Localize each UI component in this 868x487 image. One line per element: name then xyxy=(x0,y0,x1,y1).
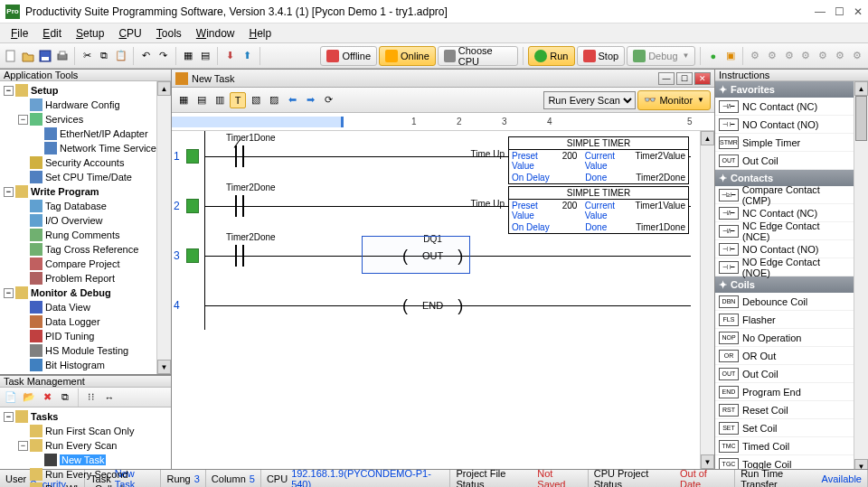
undo-icon[interactable]: ↶ xyxy=(138,48,154,64)
tree-item[interactable]: Problem Report xyxy=(0,271,156,286)
gear1-icon[interactable]: ⚙ xyxy=(748,48,763,64)
menu-help[interactable]: Help xyxy=(241,24,278,42)
instr-item[interactable]: ⊣≥⊢Compare Contact (CMP) xyxy=(715,186,854,204)
orange-box-icon[interactable]: ▣ xyxy=(722,48,738,64)
gear7-icon[interactable]: ⚙ xyxy=(849,48,864,64)
paste-icon[interactable]: 📋 xyxy=(113,48,128,64)
choose-cpu-button[interactable]: Choose CPU xyxy=(438,46,519,66)
tree-item[interactable]: EtherNet/IP Adapter xyxy=(0,126,156,141)
task-new-icon[interactable]: 📄 xyxy=(3,389,19,406)
instr-item[interactable]: ENDProgram End xyxy=(715,383,854,401)
gear4-icon[interactable]: ⚙ xyxy=(798,48,814,64)
tree-item[interactable]: Bit Histogram xyxy=(0,358,156,372)
task-delete-icon[interactable]: ✖ xyxy=(39,389,55,406)
tree-item[interactable]: New Task xyxy=(0,453,171,467)
instr-group-header[interactable]: ✦Coils xyxy=(715,276,854,293)
tree-item[interactable]: −Tasks xyxy=(0,409,171,424)
tree-item[interactable]: Tag Cross Reference xyxy=(0,242,156,257)
close-button[interactable]: ✕ xyxy=(854,5,863,18)
open-icon[interactable] xyxy=(21,48,36,64)
menu-setup[interactable]: Setup xyxy=(69,24,111,42)
tree-item[interactable]: Data View xyxy=(0,300,156,314)
menu-cpu[interactable]: CPU xyxy=(111,24,148,42)
doc-min-button[interactable]: — xyxy=(658,72,675,85)
print-icon[interactable] xyxy=(54,48,70,64)
save-icon[interactable] xyxy=(38,48,53,64)
menu-file[interactable]: File xyxy=(4,24,35,42)
menu-window[interactable]: Window xyxy=(189,24,242,42)
instr-group-header[interactable]: ✦Favorites xyxy=(715,81,854,98)
rung-1[interactable]: 1Timer1DoneTime UpSIMPLE TIMERPreset Val… xyxy=(172,131,700,181)
gear3-icon[interactable]: ⚙ xyxy=(781,48,797,64)
tree-item[interactable]: −Setup xyxy=(0,83,156,98)
online-button[interactable]: Online xyxy=(379,46,436,66)
doc-tool4-icon[interactable]: T xyxy=(230,92,246,108)
new-icon[interactable] xyxy=(4,48,19,64)
doc-tool3-icon[interactable]: ▥ xyxy=(212,92,228,108)
green-circle-icon[interactable]: ● xyxy=(705,48,721,64)
doc-close-button[interactable]: ✕ xyxy=(694,72,711,85)
tree-item[interactable]: Rung Comments xyxy=(0,228,156,242)
instr-item[interactable]: ⊣/⊢NC Contact (NC) xyxy=(715,98,854,116)
tree-item[interactable]: Hardware Config xyxy=(0,98,156,112)
tree-item[interactable]: HS Module Testing xyxy=(0,343,156,358)
instr-item[interactable]: ⊣ ⊢NO Contact (NO) xyxy=(715,116,854,134)
task-expand-icon[interactable]: ↔ xyxy=(101,389,118,406)
instr-item[interactable]: SETSet Coil xyxy=(715,419,854,437)
transfer-up-icon[interactable]: ⬆ xyxy=(240,48,255,64)
tree-item[interactable]: Security Accounts xyxy=(0,155,156,170)
tree-item[interactable]: Compare Project xyxy=(0,257,156,271)
gear5-icon[interactable]: ⚙ xyxy=(816,48,831,64)
gear2-icon[interactable]: ⚙ xyxy=(765,48,780,64)
task-tree[interactable]: −TasksRun First Scan Only−Run Every Scan… xyxy=(0,407,171,487)
task-open-icon[interactable]: 📂 xyxy=(21,389,37,406)
instr-item[interactable]: NOPNo Operation xyxy=(715,329,854,347)
tool-icon[interactable]: ▦ xyxy=(181,48,196,64)
instr-item[interactable]: DBNDebounce Coil xyxy=(715,293,854,311)
maximize-button[interactable]: ☐ xyxy=(835,5,844,18)
ladder-scrollbar[interactable]: ▲▼ xyxy=(700,131,714,469)
tree-item[interactable]: −Write Program xyxy=(0,184,156,199)
redo-icon[interactable]: ↷ xyxy=(156,48,171,64)
instr-item[interactable]: FLSFlasher xyxy=(715,311,854,329)
instr-item[interactable]: STMRSimple Timer xyxy=(715,134,854,152)
scan-mode-select[interactable]: Run Every Scan xyxy=(543,91,636,109)
tree-item[interactable]: Data Logger xyxy=(0,314,156,329)
menu-edit[interactable]: Edit xyxy=(35,24,69,42)
tree-item[interactable]: Set CPU Time/Date xyxy=(0,170,156,184)
gear6-icon[interactable]: ⚙ xyxy=(833,48,848,64)
monitor-button[interactable]: 👓Monitor▼ xyxy=(637,90,711,110)
instr-item[interactable]: TMCTimed Coil xyxy=(715,437,854,455)
tree-item[interactable]: −Run Every Scan xyxy=(0,438,171,453)
minimize-button[interactable]: — xyxy=(815,5,826,18)
instr-item[interactable]: RSTReset Coil xyxy=(715,401,854,419)
tree-item[interactable]: I/O Overview xyxy=(0,213,156,228)
task-config-icon[interactable]: ⁝⁝ xyxy=(83,389,99,406)
tree-item[interactable]: −Services xyxy=(0,112,156,126)
doc-left-icon[interactable]: ⬅ xyxy=(284,92,300,108)
instr-item[interactable]: OUTOut Coil xyxy=(715,365,854,383)
run-button[interactable]: Run xyxy=(528,46,574,66)
cut-icon[interactable]: ✂ xyxy=(80,48,95,64)
instr-scrollbar[interactable]: ▲▼ xyxy=(854,81,868,473)
tree-item[interactable]: Tag Database xyxy=(0,199,156,213)
tree-item[interactable]: Run Every Second xyxy=(0,467,171,482)
doc-refresh-icon[interactable]: ⟳ xyxy=(320,92,336,108)
rung-3[interactable]: 3Timer2DoneDQ1(OUT) xyxy=(172,230,700,280)
instr-item[interactable]: ⊣ ⊢NO Edge Contact (NOE) xyxy=(715,258,854,276)
offline-button[interactable]: Offline xyxy=(320,46,377,66)
tree-item[interactable]: Network Time Service xyxy=(0,141,156,155)
doc-right-icon[interactable]: ➡ xyxy=(302,92,318,108)
menu-tools[interactable]: Tools xyxy=(149,24,189,42)
instr-item[interactable]: OUTOut Coil xyxy=(715,152,854,170)
tree-item[interactable]: Run When Called xyxy=(0,482,171,487)
debug-button[interactable]: Debug▼ xyxy=(627,46,695,66)
doc-max-button[interactable]: ☐ xyxy=(676,72,693,85)
task-copy-icon[interactable]: ⧉ xyxy=(57,389,73,406)
stop-button[interactable]: Stop xyxy=(577,46,626,66)
app-tools-tree[interactable]: −SetupHardware Config−ServicesEtherNet/I… xyxy=(0,81,156,374)
rung-4[interactable]: 4(END) xyxy=(172,280,700,330)
tree-scrollbar[interactable]: ▲▼ xyxy=(156,81,171,374)
tree-item[interactable]: −Monitor & Debug xyxy=(0,286,156,300)
rung-2[interactable]: 2Timer2DoneTime UpSIMPLE TIMERPreset Val… xyxy=(172,181,700,230)
